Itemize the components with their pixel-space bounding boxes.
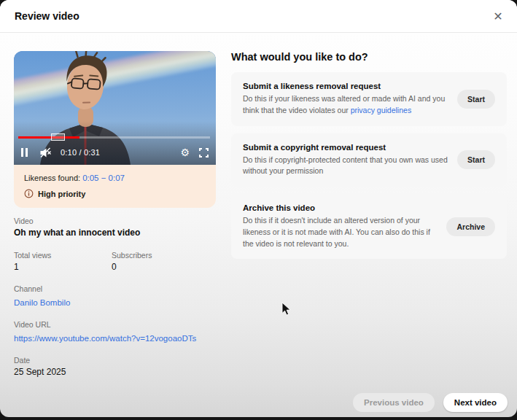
likeness-card: 0:10 / 0:31 ⚙ Likeness found: 0:05 − 0:0… <box>14 51 216 208</box>
total-views-value: 1 <box>14 262 112 272</box>
player-controls: 0:10 / 0:31 ⚙ <box>21 144 209 161</box>
video-url-field: Video URL https://www.youtube.com/watch?… <box>14 320 216 344</box>
dialog-header: Review video ✕ <box>0 0 517 33</box>
mute-icon[interactable] <box>39 147 52 158</box>
archive-video-desc: Do this if it doesn't include an altered… <box>243 215 439 249</box>
channel-link[interactable]: Danilo Bombilo <box>14 298 70 307</box>
likeness-segment-marker[interactable] <box>51 133 66 141</box>
total-views-label: Total views <box>14 251 112 260</box>
video-details-column: 0:10 / 0:31 ⚙ Likeness found: 0:05 − 0:0… <box>14 51 216 377</box>
total-views-field: Total views 1 <box>14 251 112 272</box>
settings-gear-icon[interactable]: ⚙ <box>180 147 190 158</box>
likeness-range-link[interactable]: 0:05 − 0:07 <box>82 174 125 182</box>
copyright-removal-title: Submit a copyright removal request <box>243 143 450 152</box>
actions-column: What would you like to do? Submit a like… <box>231 51 507 266</box>
likeness-removal-desc: Do this if your likeness was altered or … <box>243 93 450 117</box>
archive-video-title: Archive this video <box>243 203 439 212</box>
previous-video-button[interactable]: Previous video <box>353 393 435 412</box>
likeness-removal-desc-text: Do this if your likeness was altered or … <box>243 94 445 114</box>
pause-icon[interactable] <box>21 148 28 157</box>
archive-video-card: Archive this video Do this if it doesn't… <box>231 194 507 259</box>
date-label: Date <box>14 356 216 365</box>
copyright-removal-desc: Do this if copyright-protected content t… <box>243 155 450 178</box>
video-field: Video Oh my what an innocent video <box>14 217 216 238</box>
copyright-removal-card: Submit a copyright removal request Do th… <box>231 133 507 187</box>
mouse-cursor <box>281 302 292 316</box>
stats-row: Total views 1 Subscribers 0 <box>14 242 216 272</box>
review-video-dialog: Review video ✕ <box>0 0 517 417</box>
actions-heading: What would you like to do? <box>231 51 507 63</box>
video-title: Oh my what an innocent video <box>14 228 216 238</box>
likeness-removal-card: Submit a likeness removal request Do thi… <box>231 72 507 126</box>
archive-button[interactable]: Archive <box>446 217 495 236</box>
video-player[interactable]: 0:10 / 0:31 ⚙ <box>14 51 216 165</box>
dialog-title: Review video <box>15 10 79 22</box>
subscribers-value: 0 <box>112 262 209 272</box>
date-value: 25 Sept 2025 <box>14 367 216 377</box>
likeness-info: Likeness found: 0:05 − 0:07 High priorit… <box>14 165 216 208</box>
progress-fill <box>18 136 79 139</box>
start-likeness-removal-button[interactable]: Start <box>457 90 495 109</box>
date-field: Date 25 Sept 2025 <box>14 356 216 377</box>
video-label: Video <box>14 217 216 225</box>
video-url-link[interactable]: https://www.youtube.com/watch?v=12vogoao… <box>14 334 196 343</box>
next-video-button[interactable]: Next video <box>443 393 508 412</box>
subscribers-label: Subscribers <box>112 251 209 260</box>
likeness-removal-title: Submit a likeness removal request <box>243 82 450 90</box>
video-url-label: Video URL <box>14 320 216 329</box>
fullscreen-icon[interactable] <box>199 148 209 158</box>
progress-bar[interactable] <box>18 133 210 141</box>
start-copyright-removal-button[interactable]: Start <box>457 150 495 169</box>
dialog-footer: Previous video Next video <box>353 393 508 412</box>
priority-info-icon <box>24 189 34 198</box>
likeness-found-label: Likeness found: <box>24 174 80 182</box>
subscribers-field: Subscribers 0 <box>112 251 209 272</box>
privacy-guidelines-link[interactable]: privacy guidelines <box>351 106 411 114</box>
channel-field: Channel Danilo Bombilo <box>14 284 216 308</box>
channel-label: Channel <box>14 284 216 293</box>
priority-label: High priority <box>38 190 85 198</box>
close-icon[interactable]: ✕ <box>488 7 508 27</box>
time-display: 0:10 / 0:31 <box>61 148 100 157</box>
